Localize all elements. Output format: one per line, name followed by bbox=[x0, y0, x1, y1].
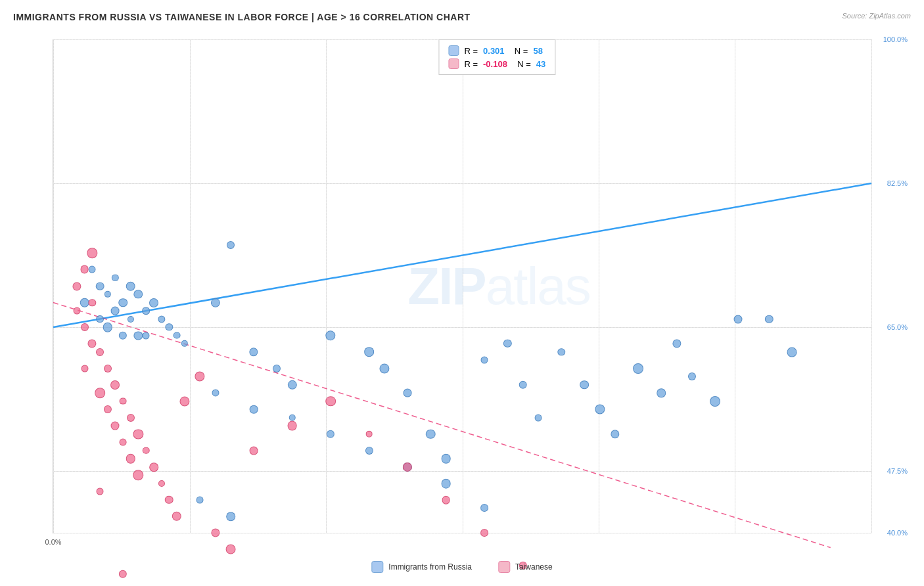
scatter-dot bbox=[787, 347, 797, 357]
scatter-dot bbox=[149, 462, 158, 472]
scatter-dot bbox=[111, 422, 120, 430]
scatter-dot bbox=[580, 380, 589, 390]
legend-n-pink-value: 43 bbox=[536, 59, 545, 69]
scatter-dot bbox=[710, 396, 720, 407]
legend-r-box: R = 0.301 N = 58 R = -0.108 N = 43 bbox=[438, 39, 555, 75]
scatter-dot bbox=[250, 405, 258, 414]
scatter-dot bbox=[96, 348, 104, 356]
scatter-dot bbox=[96, 488, 103, 495]
y-label-47: 47.5% bbox=[887, 467, 908, 475]
legend-r-pink-value: -0.108 bbox=[483, 59, 507, 69]
y-label-40: 40.0% bbox=[887, 529, 908, 537]
legend-r-pink-row: R = -0.108 N = 43 bbox=[448, 58, 545, 69]
scatter-dot bbox=[480, 505, 488, 512]
y-label-100: 100.0% bbox=[883, 35, 908, 43]
legend-label-pink: Taiwanese bbox=[515, 562, 553, 572]
scatter-dot bbox=[73, 307, 80, 315]
scatter-dot bbox=[120, 439, 127, 446]
scatter-dot bbox=[96, 315, 104, 323]
scatter-dot bbox=[480, 529, 488, 537]
grid-line-v6 bbox=[871, 39, 872, 533]
legend-pink-box bbox=[448, 58, 459, 69]
scatter-dot bbox=[287, 421, 297, 431]
scatter-dot bbox=[127, 414, 135, 422]
scatter-dot bbox=[441, 479, 451, 489]
scatter-dot bbox=[633, 363, 643, 374]
scatter-dot bbox=[196, 496, 204, 503]
chart-title: IMMIGRANTS FROM RUSSIA VS TAIWANESE IN L… bbox=[13, 12, 793, 22]
scatter-dot bbox=[688, 372, 696, 380]
legend-label-blue: Immigrants from Russia bbox=[388, 562, 472, 572]
scatter-dot bbox=[173, 332, 181, 339]
scatter-dot bbox=[120, 397, 127, 405]
scatter-dot bbox=[119, 570, 127, 577]
legend-r-blue-value: 0.301 bbox=[483, 46, 505, 56]
legend-blue-box bbox=[448, 45, 459, 56]
scatter-dot bbox=[118, 298, 127, 307]
legend-r-label-pink: R = bbox=[464, 59, 478, 69]
svg-line-0 bbox=[53, 183, 871, 327]
scatter-dot bbox=[143, 332, 150, 339]
legend-r-blue-row: R = 0.301 N = 58 bbox=[448, 45, 545, 56]
scatter-dot bbox=[81, 323, 89, 331]
scatter-dot bbox=[149, 298, 158, 307]
scatter-dot bbox=[364, 347, 375, 357]
legend-color-pink bbox=[498, 561, 510, 573]
legend-n-label-pink: N = bbox=[513, 59, 531, 69]
scatter-dot bbox=[81, 365, 88, 372]
scatter-dot bbox=[481, 357, 488, 364]
scatter-dot bbox=[104, 365, 112, 372]
scatter-dot bbox=[226, 512, 235, 521]
scatter-dot bbox=[225, 545, 235, 554]
scatter-dot bbox=[441, 454, 451, 464]
legend-n-blue-value: 58 bbox=[533, 46, 542, 56]
legend-r-label: R = bbox=[464, 46, 478, 56]
scatter-dot bbox=[519, 380, 527, 389]
legend-item-pink: Taiwanese bbox=[498, 561, 553, 573]
scatter-dot bbox=[95, 388, 105, 398]
source-text: Source: ZipAtlas.com bbox=[842, 12, 911, 20]
scatter-dot bbox=[365, 430, 373, 438]
chart-container: IMMIGRANTS FROM RUSSIA VS TAIWANESE IN L… bbox=[0, 0, 924, 586]
legend-item-blue: Immigrants from Russia bbox=[371, 561, 472, 573]
scatter-dot bbox=[426, 430, 436, 440]
scatter-dot bbox=[273, 365, 281, 372]
scatter-dot bbox=[325, 396, 336, 407]
legend-color-blue bbox=[371, 561, 383, 573]
scatter-dot bbox=[227, 241, 235, 249]
scatter-dot bbox=[535, 414, 542, 421]
scatter-dot bbox=[442, 496, 450, 505]
scatter-dot bbox=[143, 447, 150, 455]
y-label-65: 65.0% bbox=[887, 323, 908, 331]
svg-line-1 bbox=[53, 303, 831, 548]
scatter-dot bbox=[126, 281, 135, 291]
scatter-dot bbox=[212, 390, 219, 397]
scatter-dot bbox=[111, 307, 120, 315]
scatter-dot bbox=[250, 446, 258, 455]
scatter-dot bbox=[80, 265, 89, 274]
chart-area: 100.0% 82.5% 65.0% 47.5% 40.0% 0.0% ZIPa… bbox=[53, 39, 871, 533]
scatter-dot bbox=[289, 415, 296, 422]
scatter-dot bbox=[657, 388, 666, 397]
scatter-dot bbox=[89, 266, 96, 273]
scatter-dot bbox=[96, 282, 104, 290]
legend: Immigrants from Russia Taiwanese bbox=[371, 561, 552, 573]
scatter-dot bbox=[404, 389, 412, 397]
scatter-dot bbox=[734, 315, 743, 323]
scatter-dot bbox=[211, 528, 219, 537]
x-label-0: 0.0% bbox=[45, 538, 61, 546]
scatter-dot bbox=[165, 496, 173, 505]
grid-line-bottom bbox=[53, 533, 871, 533]
y-label-82: 82.5% bbox=[887, 179, 908, 187]
scatter-dot bbox=[110, 380, 120, 390]
trend-lines-svg bbox=[53, 39, 871, 533]
scatter-dot bbox=[142, 307, 150, 315]
legend-n-label-blue: N = bbox=[510, 46, 528, 56]
